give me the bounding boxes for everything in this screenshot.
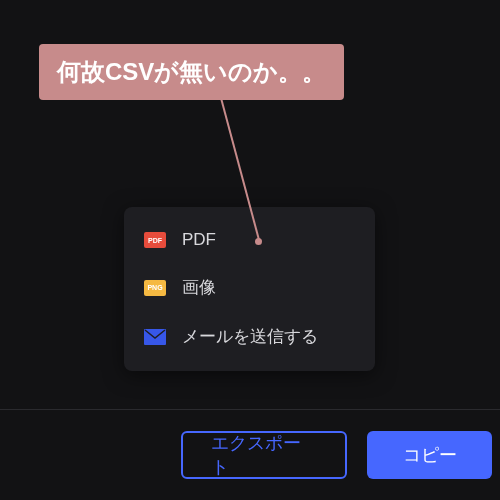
export-menu-panel: PDF PDF PNG 画像 メールを送信する: [124, 207, 375, 371]
menu-item-email[interactable]: メールを送信する: [124, 312, 375, 361]
pdf-icon: PDF: [144, 232, 166, 248]
menu-item-image[interactable]: PNG 画像: [124, 263, 375, 312]
menu-item-label: メールを送信する: [182, 325, 318, 348]
menu-item-label: 画像: [182, 276, 216, 299]
annotation-text: 何故CSVが無いのか。。: [57, 58, 326, 85]
menu-item-label: PDF: [182, 230, 216, 250]
copy-button-label: コピー: [403, 443, 457, 467]
footer-toolbar: エクスポート コピー: [0, 410, 500, 500]
menu-item-pdf[interactable]: PDF PDF: [124, 217, 375, 263]
annotation-connector-dot: [255, 238, 262, 245]
png-icon: PNG: [144, 280, 166, 296]
mail-icon: [144, 329, 166, 345]
export-button[interactable]: エクスポート: [181, 431, 347, 479]
export-button-label: エクスポート: [211, 431, 317, 479]
copy-button[interactable]: コピー: [367, 431, 492, 479]
annotation-callout: 何故CSVが無いのか。。: [39, 44, 344, 100]
